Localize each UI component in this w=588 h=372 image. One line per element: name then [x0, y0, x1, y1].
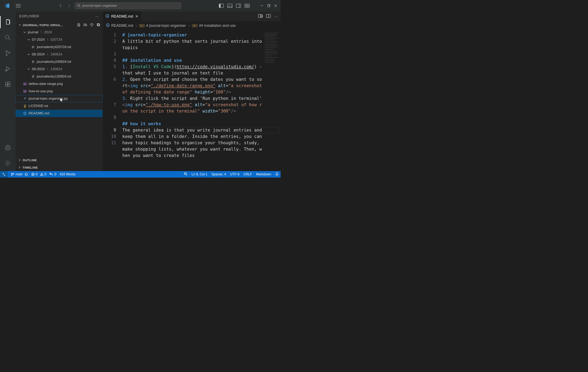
tree-file-07[interactable]: journalentry020724.txt [16, 43, 103, 51]
breadcrumb-h2[interactable]: abc ## installation and use [192, 23, 236, 28]
info-file-icon [23, 112, 27, 115]
status-indentation[interactable]: Spaces: 4 [211, 172, 226, 176]
text-file-icon [31, 75, 35, 78]
search-text: journal-topic-organiser [83, 4, 117, 8]
status-encoding[interactable]: UTF-8 [230, 172, 239, 176]
layout-customize-icon[interactable] [245, 4, 250, 8]
info-file-icon [106, 23, 110, 28]
editor-more-icon[interactable]: ⋯ [274, 14, 278, 18]
svg-point-20 [5, 35, 9, 39]
split-editor-icon[interactable] [266, 14, 271, 19]
breadcrumb-h1[interactable]: abc # journal-topic-organiser [139, 23, 186, 28]
tree-file-09[interactable]: journalentry130924.txt [16, 73, 103, 80]
tree-file-license[interactable]: LICENSE.txt [16, 102, 103, 110]
svg-rect-13 [245, 6, 247, 8]
tree-file-py[interactable]: journal-topic-organiser.py [16, 95, 103, 102]
symbol-string-icon: abc [139, 24, 145, 27]
menu-icon[interactable] [16, 4, 21, 8]
collapse-all-icon[interactable] [96, 23, 100, 27]
tree-folder-07[interactable]: 07-2024\020724 [16, 36, 103, 43]
svg-line-4 [80, 6, 81, 7]
tree-file-readme[interactable]: README.md [16, 110, 103, 117]
timeline-section[interactable]: TIMELINE [16, 164, 103, 171]
new-file-icon[interactable] [77, 23, 81, 27]
svg-rect-9 [236, 4, 241, 8]
window-restore-icon[interactable] [267, 4, 270, 7]
svg-point-55 [24, 105, 26, 106]
python-file-icon [23, 97, 27, 100]
symbol-string-icon: abc [192, 24, 197, 27]
svg-rect-7 [228, 4, 232, 8]
activity-settings-icon[interactable] [0, 156, 16, 171]
tree-folder-journal[interactable]: journal\2024 [16, 29, 103, 36]
layout-primary-sidebar-icon[interactable] [219, 4, 224, 8]
status-branch[interactable]: main [11, 172, 28, 176]
activity-source-control-icon[interactable] [0, 45, 16, 61]
tree-file-png1[interactable]: define-date-range.png [16, 80, 103, 88]
tab-readme[interactable]: README.md ✕ [103, 11, 141, 21]
svg-line-21 [9, 38, 10, 40]
window-minimize-icon[interactable] [260, 4, 263, 7]
svg-rect-14 [247, 6, 249, 8]
svg-rect-8 [228, 6, 232, 8]
tree-folder-09[interactable]: 09-2024\130924 [16, 65, 103, 73]
outline-section[interactable]: OUTLINE [16, 156, 103, 164]
sidebar-more-icon[interactable]: ⋯ [95, 14, 99, 19]
window-close-icon[interactable] [274, 4, 277, 7]
layout-panel-icon[interactable] [227, 4, 232, 8]
layout-secondary-sidebar-icon[interactable] [236, 4, 241, 8]
line-gutter: 12 345 6 7 8 91011 [103, 30, 120, 171]
status-eol[interactable]: CRLF [243, 172, 252, 176]
tab-label: README.md [111, 14, 133, 19]
status-wordcount[interactable]: 416 Words [60, 172, 75, 176]
svg-line-82 [51, 174, 53, 175]
tab-close-icon[interactable]: ✕ [135, 14, 138, 19]
svg-point-79 [42, 175, 42, 175]
info-file-icon [105, 14, 109, 19]
svg-point-33 [7, 162, 9, 164]
status-notifications-icon[interactable] [275, 172, 279, 177]
vscode-logo-icon [4, 3, 10, 9]
status-language[interactable]: Markdown [256, 172, 271, 176]
nav-back-icon[interactable] [59, 4, 63, 8]
image-file-icon [23, 90, 27, 93]
svg-line-84 [186, 175, 187, 176]
svg-line-65 [262, 16, 262, 17]
svg-rect-17 [268, 5, 270, 7]
refresh-icon[interactable] [90, 23, 94, 27]
activity-accounts-icon[interactable] [0, 140, 16, 156]
tree-folder-08[interactable]: 08-2024\240824 [16, 51, 103, 58]
status-ports[interactable]: 0 [50, 172, 56, 176]
status-cursor-pos[interactable]: Ln 9, Col 1 [192, 172, 207, 176]
breadcrumb-file[interactable]: README.md [106, 23, 133, 28]
open-preview-icon[interactable] [258, 14, 262, 19]
tree-file-png2[interactable]: how-to-use.png [16, 88, 103, 95]
minimap[interactable] [263, 31, 281, 96]
activity-explorer-icon[interactable] [0, 14, 16, 30]
tree-file-08[interactable]: journalentry240824.txt [16, 58, 103, 65]
activity-extensions-icon[interactable] [0, 76, 16, 92]
svg-point-54 [25, 97, 25, 98]
svg-point-32 [7, 146, 9, 148]
status-problems[interactable]: 0 0 [31, 172, 46, 176]
remote-indicator[interactable] [0, 171, 8, 178]
text-file-icon [31, 60, 35, 64]
new-folder-icon[interactable] [84, 23, 87, 27]
svg-rect-27 [6, 82, 8, 84]
sidebar-title: EXPLORER [19, 14, 39, 18]
svg-rect-12 [247, 4, 249, 6]
svg-rect-28 [6, 85, 8, 86]
command-center-search[interactable]: journal-topic-organiser [75, 2, 181, 9]
image-file-icon [23, 82, 27, 85]
project-header[interactable]: JOURNAL-TOPIC-ORGA... [16, 21, 103, 29]
editor-content[interactable]: # journal-topic-organiser A little bit o… [120, 30, 281, 171]
svg-point-57 [25, 113, 25, 113]
activity-run-debug-icon[interactable] [0, 61, 16, 76]
svg-point-80 [50, 173, 51, 174]
status-zoom-icon[interactable] [184, 172, 188, 177]
svg-rect-30 [8, 82, 10, 84]
activity-search-icon[interactable] [0, 30, 16, 45]
license-file-icon [23, 104, 27, 108]
nav-forward-icon[interactable] [67, 4, 71, 8]
svg-point-69 [108, 24, 108, 25]
